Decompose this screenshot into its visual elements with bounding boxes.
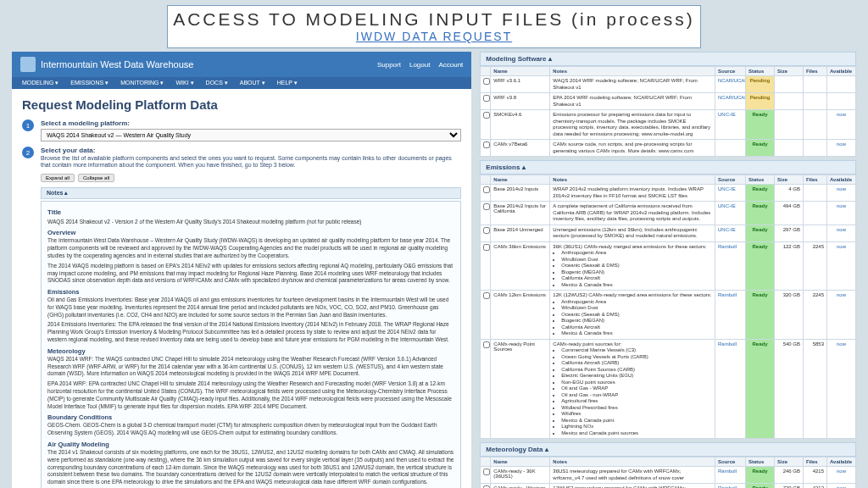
nav-help[interactable]: HELP ▾ xyxy=(277,80,298,86)
row-source[interactable]: Ramboll xyxy=(715,291,746,340)
row-available[interactable]: now xyxy=(827,202,856,225)
row-name: Base 2014 Unmerged xyxy=(491,225,550,241)
row-select-checkbox[interactable] xyxy=(483,292,490,299)
met-p2: EPA 2014 WRF: EPA contracted UNC Chapel … xyxy=(47,380,454,410)
row-name: Base 2014v2 Inputs xyxy=(491,185,550,202)
row-notes: WAQS 2014 WRF modeling software; NCAR/UC… xyxy=(550,76,715,93)
account-link[interactable]: Account xyxy=(438,61,463,69)
row-available[interactable]: now xyxy=(827,467,856,484)
section-header[interactable]: Emissions ▴ xyxy=(480,160,856,175)
row-source[interactable]: NCAR/UCAR xyxy=(715,93,746,110)
row-files: 5853 xyxy=(804,339,827,439)
app-header: Intermountain West Data Warehouse Suppor… xyxy=(12,52,471,77)
row-source[interactable]: Ramboll xyxy=(715,484,746,489)
row-available[interactable]: now xyxy=(827,185,856,202)
row-select-checkbox[interactable] xyxy=(483,112,490,119)
nav-monitoring[interactable]: MONITORING ▾ xyxy=(120,80,164,86)
row-size xyxy=(775,76,804,93)
emissions-p2: 2014 Emissions Inventories: The EPA rele… xyxy=(47,321,454,343)
row-source[interactable]: UNC-IE xyxy=(715,185,746,202)
row-size: 297 GB xyxy=(775,225,804,241)
row-select-checkbox[interactable] xyxy=(483,469,490,475)
row-select-checkbox[interactable] xyxy=(483,95,490,102)
row-available[interactable]: now xyxy=(827,110,856,140)
row-size xyxy=(775,110,804,140)
row-files: 2245 xyxy=(804,291,827,340)
page-title-box: ACCESS TO MODELING INPUT FILES (in proce… xyxy=(167,5,701,48)
nav-emissions[interactable]: EMISSIONS ▾ xyxy=(70,80,108,86)
row-select-checkbox[interactable] xyxy=(483,203,490,210)
section-header[interactable]: Meteorology Data ▴ xyxy=(480,442,856,457)
row-size: 246 GB xyxy=(775,467,804,484)
step-1-label: Select a modeling platform: xyxy=(41,119,461,127)
row-status: Ready xyxy=(746,241,775,291)
row-name: CAMx-ready - Western 12K (12WUS2) xyxy=(491,484,550,489)
row-name: CAMx-ready - 36K (36US1) xyxy=(491,467,550,484)
row-select-checkbox[interactable] xyxy=(483,227,490,234)
notes-toggle[interactable]: Notes ▴ xyxy=(41,187,461,199)
logout-link[interactable]: Logout xyxy=(409,61,430,69)
row-source[interactable]: NCAR/UCAR xyxy=(715,76,746,93)
nav-modeling[interactable]: MODELING ▾ xyxy=(22,80,58,86)
row-notes: 36K (36US1) CAMx-ready merged area emiss… xyxy=(550,241,715,291)
support-link[interactable]: Support xyxy=(377,61,401,69)
expand-all-button[interactable]: Expand all xyxy=(41,174,75,182)
step-1-badge: 1 xyxy=(22,119,34,131)
table-row: CAMx-ready - 36K (36US1)36US1 meteorolog… xyxy=(481,467,856,484)
row-size: 320 GB xyxy=(775,291,804,340)
row-select-checkbox[interactable] xyxy=(483,141,490,148)
row-select-checkbox[interactable] xyxy=(483,244,490,251)
row-notes: WRAP 2014v2 modeling platform inventory … xyxy=(550,185,715,202)
collapse-all-button[interactable]: Collapse all xyxy=(78,174,114,182)
row-available[interactable]: now xyxy=(827,291,856,340)
row-available[interactable] xyxy=(827,76,856,93)
row-size xyxy=(775,140,804,157)
row-select-checkbox[interactable] xyxy=(483,186,490,193)
platform-select[interactable]: WAQS 2014 Shakeout v2 — Western Air Qual… xyxy=(41,129,461,141)
iwdw-link[interactable]: IWDW DATA REQUEST xyxy=(356,30,512,43)
section-header[interactable]: Modeling Software ▴ xyxy=(480,52,856,66)
row-name: CAMx v7Beta6 xyxy=(491,140,550,157)
row-select-checkbox[interactable] xyxy=(483,341,490,348)
platform-title: WAQS 2014 Shakeout v2 - Version 2 of the… xyxy=(47,219,454,226)
row-name: CAMx 36km Emissions xyxy=(491,241,550,291)
table-row: Base 2014v2 Inputs for CaliforniaA compl… xyxy=(481,202,856,225)
row-name: CAMx 12km Emissions xyxy=(491,291,550,340)
row-files xyxy=(804,225,827,241)
row-source[interactable] xyxy=(715,140,746,157)
row-available[interactable]: now xyxy=(827,241,856,291)
row-notes: CAMx-ready point sources for:Commercial … xyxy=(550,339,715,439)
row-available[interactable]: now xyxy=(827,484,856,489)
row-size xyxy=(775,93,804,110)
row-available[interactable]: now xyxy=(827,339,856,439)
row-name: Base 2014v2 Inputs for California xyxy=(491,202,550,225)
table-row: Base 2014v2 InputsWRAP 2014v2 modeling p… xyxy=(481,185,856,202)
row-source[interactable]: Ramboll xyxy=(715,241,746,291)
nav-about[interactable]: ABOUT ▾ xyxy=(240,80,265,86)
table-row: CAMx-ready Point SourcesCAMx-ready point… xyxy=(481,339,856,439)
row-available[interactable]: now xyxy=(827,140,856,157)
nav-wiki[interactable]: WIKI ▾ xyxy=(175,80,193,86)
row-source[interactable]: Ramboll xyxy=(715,467,746,484)
row-files xyxy=(804,110,827,140)
row-source[interactable]: Ramboll xyxy=(715,339,746,439)
step-2-badge: 2 xyxy=(22,147,34,158)
row-status: Ready xyxy=(746,484,775,489)
row-available[interactable]: now xyxy=(827,225,856,241)
row-notes: A complete replacement of California emi… xyxy=(550,202,715,225)
step-2: 2 Select your data: Browse the list of a… xyxy=(12,144,471,172)
request-panel: Intermountain West Data Warehouse Suppor… xyxy=(12,52,471,488)
aqm-p: The 2014 v1 Shakeout consists of six mod… xyxy=(47,449,454,486)
row-files: 4215 xyxy=(804,467,827,484)
row-files: 2245 xyxy=(804,241,827,291)
row-source[interactable]: UNC-IE xyxy=(715,225,746,241)
row-notes: CAMx source code, run scripts, and pre-p… xyxy=(550,140,715,157)
nav-docs[interactable]: DOCS ▾ xyxy=(206,80,228,86)
row-select-checkbox[interactable] xyxy=(483,78,490,85)
components-table: NameNotesSourceStatusSizeFilesAvailableB… xyxy=(480,175,856,439)
row-source[interactable]: UNC-IE xyxy=(715,202,746,225)
row-notes: 36US1 meteorology prepared for CAMx with… xyxy=(550,467,715,484)
table-row: WRF v3.8EPA 2014 WRF modeling software; … xyxy=(481,93,856,110)
row-available[interactable] xyxy=(827,93,856,110)
row-source[interactable]: UNC-IE xyxy=(715,110,746,140)
